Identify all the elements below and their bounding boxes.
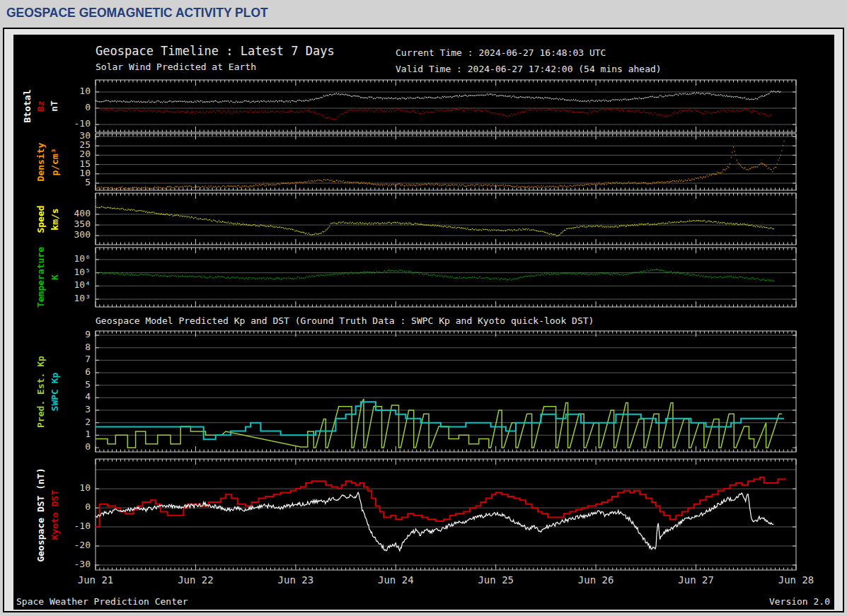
geospace-timeline-plot: Geospace Timeline : Latest 7 Days Curren… (13, 35, 834, 610)
x-axis-label-jun-27: Jun 27 (678, 574, 714, 586)
speed-time-ticks (96, 193, 796, 245)
temperature-axis-label-0: Temperature (35, 247, 46, 308)
dst-frame (96, 459, 796, 570)
kp-axis-label-0: Pred. Est. Kp (35, 356, 46, 428)
dst-ytick-label: 0 (85, 501, 91, 512)
series-geospace-dst (96, 492, 773, 551)
kp-ytick-label: 1 (85, 429, 91, 439)
dst-axis-label-1: Kyoto DST (50, 489, 60, 539)
dst-time-ticks (96, 459, 796, 570)
density-ytick-marks (96, 136, 796, 183)
kp-axis-label-1: SWPC Kp (50, 372, 60, 411)
geospace-activity-page: GEOSPACE GEOMAGNETIC ACTIVITY PLOT Geosp… (0, 0, 847, 616)
series-density (96, 141, 785, 190)
density-time-ticks (96, 134, 796, 190)
bfield-axis-label-1: Bz (35, 100, 46, 112)
x-axis-label-jun-25: Jun 25 (478, 574, 514, 586)
kp-ytick-label: 6 (85, 366, 91, 377)
series-temperature (96, 269, 774, 281)
x-axis-label-jun-23: Jun 23 (278, 574, 314, 586)
kp-frame (96, 331, 796, 452)
series-btotal (96, 91, 781, 103)
x-axis-label-jun-26: Jun 26 (578, 574, 614, 586)
kp-ytick-label: 7 (85, 354, 91, 364)
dst-axis-label-0: Geospace DST (nT) (35, 467, 46, 562)
dst-ytick-label: 10 (79, 482, 91, 493)
bfield-ytick-label: -10 (74, 118, 91, 129)
bfield-ytick-label: 10 (79, 86, 91, 96)
temperature-axis-label-1: K (50, 274, 60, 280)
density-axis-label-1: p/cm³ (50, 148, 60, 175)
temperature-ytick-marks (96, 260, 796, 299)
series-bz (96, 108, 772, 120)
speed-axis-label-1: km/s (50, 208, 60, 230)
x-axis-label-jun-22: Jun 22 (178, 574, 214, 586)
kp-ytick-marks (96, 335, 796, 448)
temperature-ytick-label: 10⁴ (74, 279, 91, 290)
kp-time-ticks (96, 331, 796, 452)
series-speed (96, 207, 774, 236)
density-frame (96, 134, 796, 190)
speed-axis-label-0: Speed (35, 205, 46, 233)
temperature-ytick-label: 10⁶ (74, 253, 91, 264)
kp-ytick-label: 0 (85, 441, 91, 452)
speed-ytick-label: 400 (74, 208, 91, 219)
timeline-canvas (13, 35, 834, 610)
dst-ytick-label: -10 (74, 521, 91, 531)
temperature-ytick-label: 10⁵ (74, 267, 91, 277)
plot-frame: Geospace Timeline : Latest 7 Days Curren… (3, 28, 844, 612)
speed-ytick-label: 350 (74, 219, 91, 229)
kp-ytick-label: 3 (85, 404, 91, 414)
density-ytick-label: 5 (85, 177, 91, 187)
kp-ytick-label: 2 (85, 417, 91, 427)
x-axis-label-jun-24: Jun 24 (378, 574, 414, 586)
dst-ytick-label: -20 (74, 540, 91, 550)
kp-ytick-label: 4 (85, 391, 91, 402)
temperature-ytick-label: 10³ (74, 293, 91, 303)
density-axis-label-0: Density (35, 143, 46, 182)
kp-ytick-label: 8 (85, 342, 91, 352)
dst-ytick-label: -30 (74, 559, 91, 569)
series-swpc-kp (96, 402, 784, 439)
page-title: GEOSPACE GEOMAGNETIC ACTIVITY PLOT (6, 5, 268, 21)
bfield-axis-label-2: nT (49, 100, 59, 112)
speed-ytick-label: 300 (74, 229, 91, 240)
kp-ytick-label: 9 (85, 329, 91, 339)
bfield-axis-label-0: Btotal (22, 90, 33, 123)
x-axis-label-jun-21: Jun 21 (78, 574, 114, 586)
bfield-ytick-label: 0 (85, 102, 91, 112)
x-axis-label-jun-28: Jun 28 (778, 574, 814, 586)
speed-frame (96, 193, 796, 245)
kp-ytick-label: 5 (85, 379, 91, 390)
